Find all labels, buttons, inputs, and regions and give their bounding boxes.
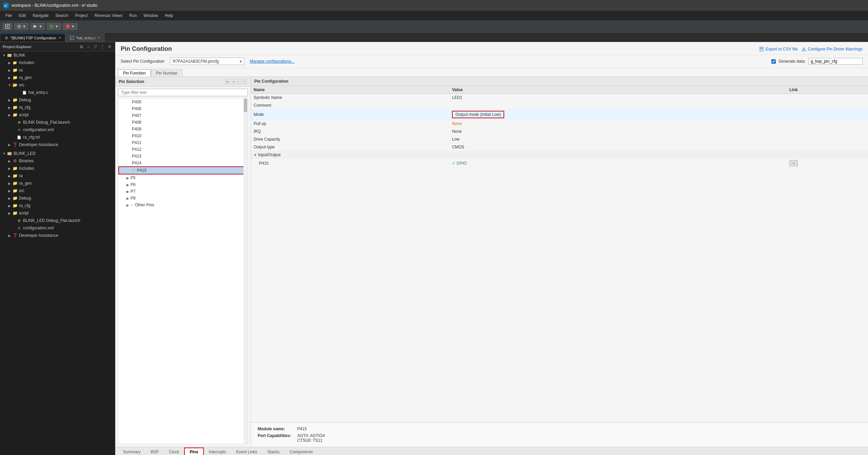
tree-item-blink-ra-cfg-txt[interactable]: 📄 ra_cfg.txt — [0, 133, 115, 141]
tree-item-blink-src[interactable]: ▼ 📂 src — [0, 81, 115, 89]
more-btn[interactable]: ⋮ — [99, 44, 105, 49]
tree-item-blink-led-ra-cfg[interactable]: ▶ 📁 ra_cfg — [0, 202, 115, 209]
new-project-btn[interactable] — [3, 23, 12, 30]
tree-item-blink-config-xml[interactable]: ⚙ configuration.xml — [0, 126, 115, 133]
blink-led-label: BLINK_LED — [14, 151, 36, 156]
tab-pin-number[interactable]: Pin Number — [151, 69, 182, 77]
led-ra-gen-icon: 📁 — [12, 181, 18, 186]
pin-item-P406[interactable]: P406 — [118, 105, 248, 112]
config-dropdown[interactable]: R7FA2A1AB3CFM.pincfg — [170, 58, 244, 65]
P409-label: P409 — [132, 127, 141, 131]
pin-group-P5[interactable]: ▶ P5 — [118, 174, 248, 181]
pin-item-P410[interactable]: P410 — [118, 132, 248, 139]
bottom-tab-clock[interactable]: Clock — [164, 448, 184, 455]
bottom-tab-stacks[interactable]: Stacks — [262, 448, 284, 455]
bottom-tab-event-links[interactable]: Event Links — [231, 448, 262, 455]
pin-group-other[interactable]: ▶ ✓ Other Pins — [118, 202, 248, 208]
sidebar-header-icons: ⧉ ↔ ▽ ⋮ ✕ — [79, 44, 112, 49]
pin-item-P415[interactable]: ✓ P415 — [118, 166, 248, 174]
tree-item-blink[interactable]: ▼ BLINK — [0, 51, 115, 59]
menu-help[interactable]: Help — [162, 12, 176, 19]
generate-input[interactable] — [808, 58, 863, 65]
menu-run[interactable]: Run — [126, 12, 139, 19]
mode-value-outlined: Output mode (Initial Low) — [452, 111, 504, 118]
stop-btn[interactable]: ▼ — [63, 23, 77, 30]
pin-item-P411[interactable]: P411 — [118, 139, 248, 146]
pin-item-P409[interactable]: P409 — [118, 126, 248, 132]
menu-bar: File Edit Navigate Search Project Renesa… — [0, 11, 868, 20]
bottom-tab-pins[interactable]: Pins — [184, 448, 203, 455]
configure-warnings-btn[interactable]: Configure Pin Driver Warnings — [802, 47, 863, 51]
bottom-tab-summary[interactable]: Summary — [118, 448, 145, 455]
tab-fsp-config[interactable]: *[BLINK] FSP Configuration ✕ — [0, 34, 65, 42]
tab-hal-entry[interactable]: c *hal_entry.c ✕ — [65, 34, 104, 42]
pin-item-P412[interactable]: P412 — [118, 146, 248, 153]
pin-sort-btn[interactable]: ↕ — [243, 79, 248, 84]
tree-item-blink-debug[interactable]: ▶ 📁 Debug — [0, 96, 115, 104]
pin-list-view-btn[interactable]: ≡ — [225, 79, 230, 84]
collapse-all-btn[interactable]: ⧉ — [79, 44, 84, 49]
blink-ra-cfg-label: ra_cfg — [19, 105, 30, 110]
binaries-icon: ⚙ — [12, 158, 18, 164]
tree-item-blink-led-config-xml[interactable]: ⚙ configuration.xml — [0, 224, 115, 232]
menu-edit[interactable]: Edit — [16, 12, 28, 19]
led-dev-assist-icon: ❓ — [12, 233, 18, 238]
tree-item-blink-led-ra[interactable]: ▶ 📁 ra — [0, 172, 115, 180]
bottom-tab-bsp[interactable]: BSP — [145, 448, 164, 455]
pin-group-P6[interactable]: ▶ P6 — [118, 181, 248, 188]
tree-item-blink-launch[interactable]: ⚙ BLINK Debug_Flat.launch — [0, 119, 115, 126]
build-btn[interactable]: ▼ — [31, 23, 45, 30]
tree-item-blink-led-launch[interactable]: ⚙ BLINK_LED Debug_Flat.launch — [0, 217, 115, 224]
tree-item-blink-led-src[interactable]: ▶ 📁 src — [0, 187, 115, 194]
menu-navigate[interactable]: Navigate — [30, 12, 51, 19]
pin-item-P405[interactable]: P405 — [118, 99, 248, 105]
tree-item-blink-led[interactable]: ▼ BLINK_LED — [0, 150, 115, 157]
pin-sel-header: Pin Selection ≡ + - ↕ — [115, 77, 251, 87]
link-editor-btn[interactable]: ↔ — [85, 44, 92, 49]
pin-group-P7[interactable]: ▶ P7 — [118, 188, 248, 195]
pin-item-P413[interactable]: P413 — [118, 153, 248, 160]
row-drive-capacity: Drive Capacity Low — [251, 136, 868, 143]
tree-item-blink-led-dev-assist[interactable]: ▶ ❓ Developer Assistance — [0, 232, 115, 239]
tab-pin-function[interactable]: Pin Function — [118, 69, 151, 77]
tree-item-blink-ra-cfg[interactable]: ▶ 📁 ra_cfg — [0, 104, 115, 111]
tree-item-blink-led-debug[interactable]: ▶ 📁 Debug — [0, 194, 115, 202]
menu-window[interactable]: Window — [141, 12, 161, 19]
tree-item-blink-script[interactable]: ▶ 📁 script — [0, 111, 115, 119]
tree-item-blink-led-ra-gen[interactable]: ▶ 📁 ra_gen — [0, 180, 115, 187]
tab-hal-close[interactable]: ✕ — [97, 36, 100, 40]
tree-item-hal-entry[interactable]: 📄 hal_entry.c — [0, 89, 115, 96]
tab-fsp-close[interactable]: ✕ — [58, 36, 61, 40]
menu-file[interactable]: File — [3, 12, 15, 19]
tree-item-blink-includes[interactable]: ▶ 📁 Includes — [0, 59, 115, 66]
filter-btn[interactable]: ▽ — [93, 44, 98, 49]
tree-item-blink-ra-gen[interactable]: ▶ 📁 ra_gen — [0, 74, 115, 81]
settings-btn[interactable]: ▼ — [14, 23, 28, 30]
debug-btn[interactable]: ▼ — [47, 23, 61, 30]
close-sidebar-btn[interactable]: ✕ — [107, 44, 112, 49]
menu-renesas[interactable]: Renesas Views — [92, 12, 125, 19]
pin-item-P408[interactable]: P408 — [118, 119, 248, 126]
tree-item-blink-dev-assist[interactable]: ▶ ❓ Developer Assistance — [0, 141, 115, 148]
pin-item-P414[interactable]: P414 — [118, 160, 248, 166]
menu-project[interactable]: Project — [72, 12, 90, 19]
pin-item-P407[interactable]: P407 — [118, 112, 248, 119]
P6-label: P6 — [131, 182, 136, 187]
bottom-tab-interrupts[interactable]: Interrupts — [204, 448, 231, 455]
pin-function-tabs: Pin Function Pin Number — [115, 68, 868, 77]
pin-remove-btn[interactable]: - — [237, 79, 241, 84]
P6-group-arrow: ▶ — [126, 183, 129, 187]
tree-item-blink-ra[interactable]: ▶ 📁 ra — [0, 66, 115, 74]
bottom-tab-components[interactable]: Components — [284, 448, 318, 455]
tree-item-blink-led-binaries[interactable]: ▶ ⚙ Binaries — [0, 157, 115, 165]
tree-item-blink-led-includes[interactable]: ▶ 📁 Includes — [0, 165, 115, 172]
manage-configs-link[interactable]: Manage configurations... — [250, 59, 294, 64]
pin-add-btn[interactable]: + — [231, 79, 236, 84]
tree-item-blink-led-script[interactable]: ▶ 📁 script — [0, 209, 115, 217]
p415-link-arrow-btn[interactable]: → — [789, 160, 798, 166]
menu-search[interactable]: Search — [53, 12, 71, 19]
generate-checkbox[interactable] — [771, 59, 776, 64]
export-csv-btn[interactable]: Export to CSV file — [760, 47, 798, 51]
pin-filter-input[interactable] — [118, 89, 248, 96]
pin-group-P8[interactable]: ▶ P8 — [118, 195, 248, 202]
